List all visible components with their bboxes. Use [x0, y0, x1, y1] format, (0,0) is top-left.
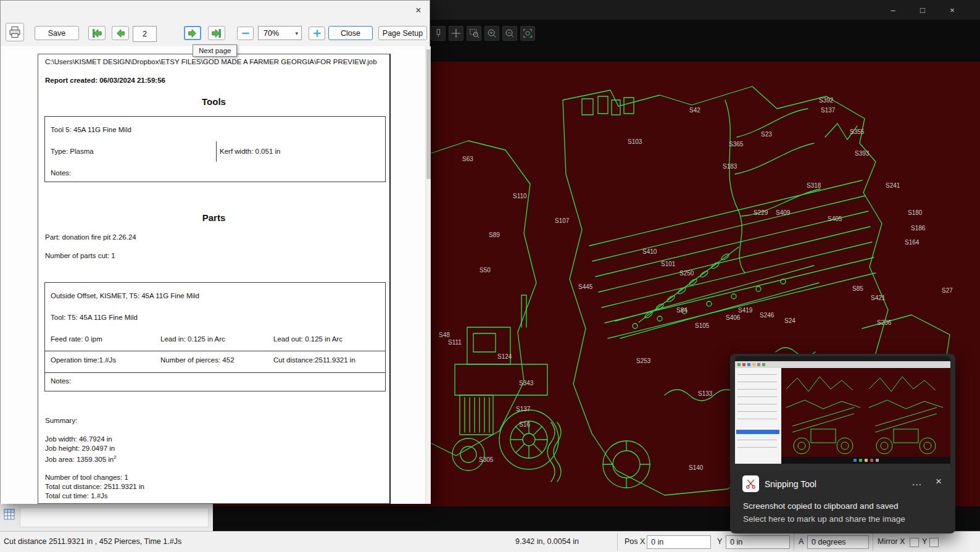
print-button[interactable]	[6, 23, 24, 41]
lead-out: Lead out: 0.125 in Arc	[273, 335, 343, 343]
thumbnail-list-row	[737, 440, 777, 440]
status-separator	[794, 533, 794, 551]
page-number-input[interactable]	[133, 26, 157, 42]
thumbnail-toolbar	[735, 361, 950, 368]
thumbnail-selected-row	[736, 430, 779, 434]
page-setup-button[interactable]: Page Setup	[378, 26, 427, 40]
zoom-in-button[interactable]	[484, 26, 499, 41]
doc-file-path: C:\Users\KISMET DESIGN\Dropbox\ETSY FILE…	[45, 58, 377, 65]
thumbnail-icon	[870, 459, 873, 462]
thumbnail-list-row	[737, 389, 777, 390]
zoom-level-select[interactable]: 70% ▾	[258, 26, 302, 40]
mirror-x-checkbox[interactable]	[910, 538, 919, 547]
status-separator	[617, 533, 618, 551]
pos-x-field[interactable]: 0 in	[647, 535, 711, 549]
zoom-in-page-button[interactable]	[309, 27, 325, 40]
doc-parts-heading: Parts	[38, 212, 389, 223]
zoom-extents-icon	[522, 28, 533, 39]
close-button[interactable]: Close	[328, 26, 373, 40]
doc-parts-cut: Number of parts cut: 1	[45, 252, 115, 259]
next-page-icon	[186, 28, 199, 39]
angle-field[interactable]: 0 degrees	[807, 535, 869, 549]
first-page-button[interactable]	[88, 26, 106, 40]
minus-icon	[241, 28, 251, 38]
thumbnail-icon	[876, 459, 879, 462]
thumbnail-list-row	[737, 396, 777, 397]
maximize-icon: □	[920, 6, 925, 15]
zoom-window-icon	[468, 28, 480, 39]
last-page-icon	[210, 28, 223, 39]
notification-more-button[interactable]: …	[911, 476, 922, 488]
notification-message: Screenshot copied to clipboard and saved	[743, 501, 898, 511]
close-icon: ×	[950, 6, 955, 15]
plus-icon	[312, 28, 322, 38]
snipping-tool-notification[interactable]: Snipping Tool … × Screenshot copied to c…	[730, 354, 955, 533]
app-toolbar	[431, 26, 535, 41]
job-area: Job area: 1359.305 in2	[45, 454, 117, 463]
tools-table: Tool 5: 45A 11G Fine Mild Type: Plasma K…	[44, 116, 386, 182]
operation-name: Outside Offset, KISMET, T5: 45A 11G Fine…	[51, 292, 199, 299]
parts-strip	[20, 508, 209, 527]
status-cursor-position: 9.342 in, 0.0054 in	[515, 537, 579, 546]
mirror-y-checkbox[interactable]	[929, 538, 939, 547]
torch-tool-button[interactable]	[431, 26, 446, 41]
pos-y-label: Y	[717, 537, 722, 546]
job-area-text: Job area: 1359.305 in	[45, 456, 114, 463]
tool-name: Tool 5: 45A 11G Fine Mild	[51, 126, 131, 133]
next-page-button[interactable]	[184, 26, 201, 40]
previous-page-button[interactable]	[112, 26, 129, 40]
total-cut-time: Total cut time: 1.#Js	[45, 492, 108, 500]
operation-notes: Notes:	[51, 377, 71, 385]
close-icon: ×	[415, 5, 421, 16]
dialog-titlebar[interactable]: ×	[1, 1, 430, 19]
zoom-level-value: 70%	[264, 29, 279, 38]
job-height: Job height: 29.0497 in	[45, 445, 115, 452]
angle-value: 0 degrees	[812, 538, 846, 546]
jog-tool-button[interactable]	[449, 26, 463, 41]
angle-label: A	[799, 537, 804, 546]
thumbnail-list-row	[737, 374, 777, 375]
notification-close-button[interactable]: ×	[936, 475, 942, 488]
last-page-button[interactable]	[208, 26, 225, 40]
previous-page-icon	[114, 28, 127, 39]
screenshot-thumbnail[interactable]	[735, 356, 950, 470]
zoom-in-icon	[486, 28, 497, 39]
lead-in: Lead in: 0.125 in Arc	[160, 335, 225, 343]
status-cut-summary: Cut distance 2511.9321 in , 452 Pierces,…	[4, 537, 181, 546]
minimize-button[interactable]: –	[879, 1, 907, 19]
preview-area: C:\Users\KISMET DESIGN\Dropbox\ETSY FILE…	[1, 46, 425, 504]
thumbnail-artwork	[781, 368, 950, 457]
thumbnail-icon	[757, 363, 760, 366]
thumbnail-icon	[747, 363, 750, 366]
thumbnail-list-row	[737, 447, 777, 448]
first-page-icon	[91, 28, 103, 39]
mirror-y-label: Y	[922, 537, 927, 546]
zoom-out-icon	[504, 28, 515, 39]
next-page-tooltip: Next page	[193, 44, 237, 57]
maximize-button[interactable]: □	[908, 1, 937, 19]
screen: – □ ×	[0, 0, 980, 552]
close-label: Close	[341, 29, 360, 38]
thumbnail-list-row	[737, 382, 777, 382]
preview-scrollbar[interactable]	[425, 46, 431, 504]
pos-y-field[interactable]: 0 in	[726, 535, 790, 549]
cut-distance: Cut distance:2511.9321 in	[273, 356, 355, 364]
doc-part-name: Part: donation fire pit 2.26.24	[45, 233, 136, 241]
notification-title: Snipping Tool	[765, 479, 816, 489]
table-grid-icon	[4, 509, 15, 520]
zoom-out-button[interactable]	[502, 26, 517, 41]
notification-action-hint[interactable]: Select here to mark up and share the ima…	[743, 514, 905, 524]
zoom-extents-button[interactable]	[520, 26, 535, 41]
printer-icon	[9, 26, 21, 38]
close-window-button[interactable]: ×	[938, 1, 966, 19]
parts-table-button[interactable]	[4, 509, 15, 522]
zoom-window-button[interactable]	[467, 26, 481, 41]
feed-rate: Feed rate: 0 ipm	[51, 335, 102, 343]
snipping-tool-icon	[742, 475, 759, 492]
thumbnail-list-row	[737, 404, 777, 404]
pierce-count: Number of pierces: 452	[160, 356, 235, 364]
dialog-close-button[interactable]: ×	[408, 2, 429, 19]
save-button[interactable]: Save	[35, 26, 79, 40]
scrollbar-thumb[interactable]	[426, 49, 431, 179]
zoom-out-page-button[interactable]	[237, 27, 254, 40]
